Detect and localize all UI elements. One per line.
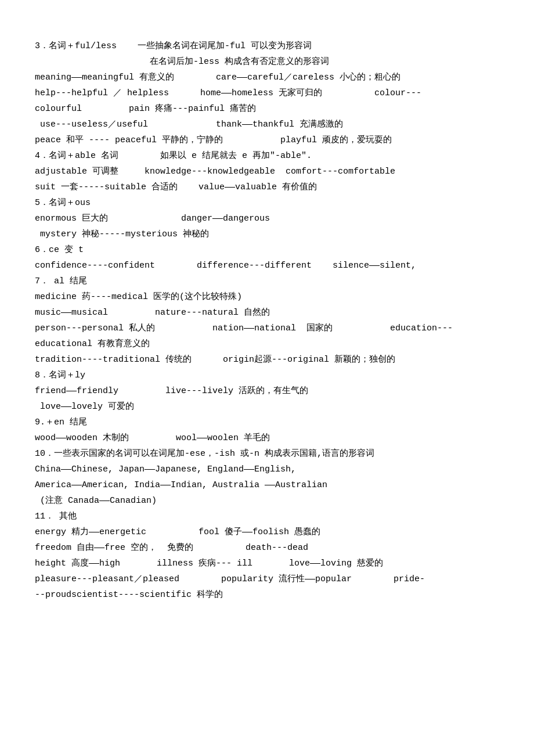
content-line-6: use---useless／useful thank——thankful 充满感… <box>35 117 499 132</box>
content-line-13: mystery 神秘-----mysterious 神秘的 <box>35 226 499 242</box>
content-line-29: America——American, India——Indian, Austra… <box>35 477 499 493</box>
content-line-5: colourful pain 疼痛---painful 痛苦的 <box>35 101 499 117</box>
content-line-16: 7． al 结尾 <box>35 273 499 289</box>
content-line-3: meaning——meaningful 有意义的 care——careful／c… <box>35 70 499 85</box>
content-line-31: 11． 其他 <box>35 509 499 524</box>
content-line-11: 5．名词＋ous <box>35 195 499 211</box>
content-line-2: 在名词后加-less 构成含有否定意义的形容词 <box>35 54 499 70</box>
content-line-4: help---helpful ／ helpless home——homeless… <box>35 85 499 101</box>
content-line-30: (注意 Canada——Canadian) <box>35 493 499 509</box>
content-line-17: medicine 药----medical 医学的(这个比较特殊) <box>35 289 499 305</box>
content-line-23: friend——friendly live---lively 活跃的，有生气的 <box>35 383 499 399</box>
content-line-7: peace 和平 ---- peaceful 平静的，宁静的 playful 顽… <box>35 132 499 148</box>
content-line-1: 3．名词＋ful/less 一些抽象名词在词尾加-ful 可以变为形容词 <box>35 38 499 54</box>
content-line-15: confidence----confident difference---dif… <box>35 258 499 273</box>
content-line-14: 6．ce 变 t <box>35 242 499 258</box>
content-line-20: educational 有教育意义的 <box>35 336 499 352</box>
content-line-33: freedom 自由——free 空的， 免费的 death---dead <box>35 540 499 556</box>
content-line-22: 8．名词＋ly <box>35 368 499 383</box>
content-line-24: love——lovely 可爱的 <box>35 399 499 415</box>
content-line-10: suit 一套-----suitable 合适的 value——valuable… <box>35 179 499 195</box>
content-line-32: energy 精力——energetic fool 傻子——foolish 愚蠢… <box>35 524 499 540</box>
content-line-35: pleasure---pleasant／pleased popularity 流… <box>35 571 499 587</box>
content-line-19: person---personal 私人的 nation——national 国… <box>35 321 499 336</box>
content-line-21: tradition----traditional 传统的 origin起源---… <box>35 352 499 368</box>
content-line-18: music——musical nature---natural 自然的 <box>35 305 499 321</box>
content-line-26: wood——wooden 木制的 wool——woolen 羊毛的 <box>35 430 499 446</box>
content-line-25: 9.＋en 结尾 <box>35 415 499 430</box>
content-line-12: enormous 巨大的 danger——dangerous <box>35 211 499 226</box>
content-line-28: China——Chinese, Japan——Japanese, England… <box>35 462 499 477</box>
main-content: 3．名词＋ful/less 一些抽象名词在词尾加-ful 可以变为形容词 在名词… <box>35 23 499 603</box>
content-line-9: adjustable 可调整 knowledge---knowledgeable… <box>35 164 499 179</box>
content-line-34: height 高度——high illness 疾病--- ill love——… <box>35 556 499 571</box>
content-line-36: --proudscientist----scientific 科学的 <box>35 587 499 603</box>
content-line-8: 4．名词＋able 名词 如果以 e 结尾就去 e 再加"-able". <box>35 148 499 164</box>
content-line-27: 10．一些表示国家的名词可以在词尾加-ese，-ish 或-n 构成表示国籍,语… <box>35 446 499 462</box>
